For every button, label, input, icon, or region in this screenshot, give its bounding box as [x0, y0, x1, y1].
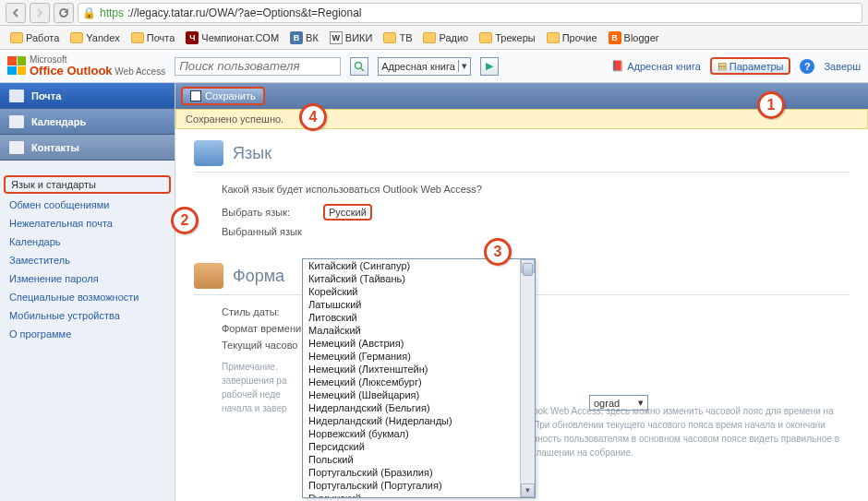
link-address-book[interactable]: 📕Адресная книга — [611, 60, 701, 72]
bookmark-item[interactable]: Радио — [418, 30, 473, 45]
reload-button[interactable] — [54, 3, 74, 23]
bookmarks-bar: РаботаYandexПочтаЧЧемпионат.COMBВКWВИКИТ… — [0, 26, 868, 50]
bookmark-icon — [423, 32, 436, 43]
save-icon — [190, 90, 201, 101]
bookmark-item[interactable]: WВИКИ — [325, 30, 378, 46]
address-book-go[interactable]: ▶ — [480, 57, 499, 76]
sidebar-option[interactable]: Мобильные устройства — [0, 306, 175, 325]
dropdown-item[interactable]: Румынский — [303, 492, 535, 497]
divider — [194, 172, 850, 173]
dropdown-item[interactable]: Латышский — [303, 298, 535, 311]
browser-toolbar: 🔒 https://legacy.tatar.ru/OWA/?ae=Option… — [0, 0, 868, 26]
bookmark-icon — [131, 32, 144, 43]
save-label: Сохранить — [205, 90, 256, 101]
params-icon: ▤ — [717, 60, 727, 72]
address-book-select[interactable]: Адресная книга ▾ — [378, 57, 471, 76]
owa-header: MicrosoftOffice Outlook Web Access Адрес… — [0, 50, 868, 83]
save-button[interactable]: Сохранить — [181, 87, 265, 105]
sidebar-option[interactable]: Изменение пароля — [0, 269, 175, 288]
search-input[interactable] — [175, 57, 341, 76]
logo-main: Office Outlook — [30, 64, 113, 78]
bookmark-item[interactable]: Трекеры — [475, 30, 539, 45]
dropdown-item[interactable]: Норвежский (букмал) — [303, 427, 535, 440]
link-logout[interactable]: Заверш — [824, 61, 861, 72]
dropdown-item[interactable]: Португальский (Бразилия) — [303, 466, 535, 479]
format-icon — [194, 263, 223, 289]
bookmark-icon: B — [609, 31, 621, 44]
sidebar-option[interactable]: Обмен сообщениями — [0, 196, 175, 214]
bookmark-icon: B — [290, 31, 303, 44]
search-button[interactable] — [350, 57, 368, 76]
dropdown-item[interactable]: Немецкий (Лихтенштейн) — [303, 363, 535, 376]
ms-logo-icon — [7, 56, 26, 75]
dropdown-item[interactable]: Персидский — [303, 440, 535, 453]
sidebar-main-item[interactable]: Контакты — [0, 135, 175, 161]
bookmark-icon: W — [330, 31, 343, 44]
bookmark-item[interactable]: ТВ — [379, 30, 416, 45]
section-language-title: Язык — [194, 140, 850, 166]
bookmark-item[interactable]: BBlogger — [604, 30, 664, 46]
sidebar-option[interactable]: О программе — [0, 325, 175, 343]
language-select[interactable]: Русский — [323, 204, 372, 221]
selected-language-label: Выбранный язык — [222, 226, 323, 237]
chevron-down-icon: ▾ — [458, 60, 467, 72]
select-language-label: Выбрать язык: — [222, 207, 323, 218]
bookmark-item[interactable]: BВК — [285, 30, 323, 46]
bookmark-item[interactable]: Yandex — [66, 30, 125, 45]
dropdown-item[interactable]: Португальский (Португалия) — [303, 479, 535, 492]
bookmark-icon — [383, 32, 396, 43]
sidebar-option[interactable]: Заместитель — [0, 251, 175, 269]
scrollbar[interactable]: ▲ ▼ — [520, 259, 535, 497]
bookmark-item[interactable]: Работа — [6, 30, 64, 45]
bookmark-icon — [479, 32, 492, 43]
scroll-thumb[interactable] — [523, 263, 533, 276]
format-note-right: ook Web Access, здесь можно изменить час… — [533, 404, 856, 459]
dropdown-item[interactable]: Малайский — [303, 324, 535, 337]
help-icon[interactable]: ? — [800, 59, 814, 74]
sidebar-main-item[interactable]: Календарь — [0, 109, 175, 135]
logo-sub: Web Access — [115, 66, 165, 77]
nav-icon — [9, 141, 24, 154]
lock-icon: 🔒 — [82, 6, 96, 19]
sidebar-option[interactable]: Язык и стандарты — [4, 175, 171, 194]
dropdown-item[interactable]: Литовский — [303, 311, 535, 324]
bookmark-item[interactable]: Прочие — [542, 30, 602, 45]
dropdown-item[interactable]: Корейский — [303, 285, 535, 298]
dropdown-item[interactable]: Немецкий (Австрия) — [303, 337, 535, 350]
language-dropdown[interactable]: Китайский (Сингапур)Китайский (Тайвань)К… — [302, 258, 536, 498]
globe-icon — [194, 140, 223, 166]
language-question: Какой язык будет использоваться Outlook … — [222, 184, 850, 195]
bookmark-icon — [547, 32, 560, 43]
bookmark-item[interactable]: ЧЧемпионат.COM — [181, 30, 283, 46]
dropdown-item[interactable]: Немецкий (Швейцария) — [303, 388, 535, 401]
sidebar-option[interactable]: Нежелательная почта — [0, 214, 175, 233]
bookmark-item[interactable]: Почта — [127, 30, 180, 45]
address-bar[interactable]: 🔒 https://legacy.tatar.ru/OWA/?ae=Option… — [78, 3, 862, 23]
dropdown-item[interactable]: Нидерландский (Нидерланды) — [303, 414, 535, 427]
owa-logo: MicrosoftOffice Outlook Web Access — [7, 54, 165, 78]
sidebar: ПочтаКалендарьКонтакты Язык и стандартыО… — [0, 83, 175, 501]
dropdown-item[interactable]: Немецкий (Люксембург) — [303, 376, 535, 388]
callout-1: 1 — [757, 91, 785, 119]
sidebar-option[interactable]: Специальные возможности — [0, 288, 175, 306]
back-button[interactable] — [6, 3, 26, 23]
address-book-label: Адресная книга — [381, 61, 455, 72]
bookmark-icon — [10, 32, 23, 43]
sidebar-option[interactable]: Календарь — [0, 233, 175, 251]
book-icon: 📕 — [611, 60, 624, 72]
dropdown-item[interactable]: Нидерландский (Бельгия) — [303, 401, 535, 414]
url-path: ://legacy.tatar.ru/OWA/?ae=Options&t=Reg… — [127, 6, 361, 19]
section-title-text: Язык — [233, 144, 271, 163]
dropdown-item[interactable]: Китайский (Тайвань) — [303, 272, 535, 285]
dropdown-item[interactable]: Немецкий (Германия) — [303, 350, 535, 363]
params-button[interactable]: ▤Параметры — [710, 57, 791, 75]
forward-button[interactable] — [30, 3, 50, 23]
dropdown-item[interactable]: Польский — [303, 453, 535, 466]
nav-icon — [9, 115, 24, 128]
scroll-down[interactable]: ▼ — [521, 483, 535, 497]
url-protocol: https — [100, 6, 124, 19]
callout-3: 3 — [484, 238, 512, 266]
sidebar-main-item[interactable]: Почта — [0, 83, 175, 109]
nav-icon — [9, 89, 24, 102]
bookmark-icon — [70, 32, 83, 43]
